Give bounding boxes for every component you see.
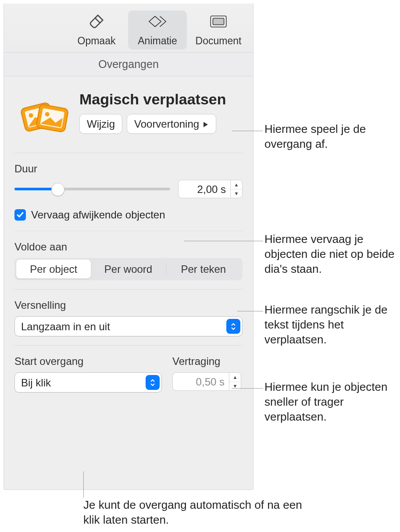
match-option-object[interactable]: Per object bbox=[16, 260, 91, 278]
tab-document-label: Document bbox=[196, 35, 242, 48]
duration-field[interactable]: 2,00 s bbox=[178, 180, 230, 198]
tab-animate[interactable]: Animatie bbox=[128, 11, 187, 50]
inspector-tabbar: Opmaak Animatie Document bbox=[4, 4, 253, 53]
callout-fade: Hiermee vervaag je objecten die niet op … bbox=[264, 232, 396, 276]
transition-title: Magisch verplaatsen bbox=[79, 89, 226, 109]
tab-format[interactable]: Opmaak bbox=[67, 11, 126, 50]
callout-start: Je kunt de overgang automatisch of na ee… bbox=[83, 498, 320, 528]
preview-button-label: Voorvertoning bbox=[134, 117, 199, 131]
match-option-char[interactable]: Per teken bbox=[166, 260, 241, 278]
fade-checkbox[interactable] bbox=[14, 209, 26, 221]
edit-button[interactable]: Wijzig bbox=[79, 114, 122, 134]
edit-button-label: Wijzig bbox=[87, 117, 115, 131]
tab-document[interactable]: Document bbox=[189, 11, 248, 50]
match-option-word[interactable]: Per woord bbox=[91, 260, 165, 278]
callout-accel: Hiermee kun je objecten sneller of trage… bbox=[264, 380, 396, 424]
duration-label: Duur bbox=[14, 162, 243, 175]
svg-rect-1 bbox=[213, 18, 224, 25]
tab-animate-label: Animatie bbox=[138, 35, 177, 48]
accel-dropdown[interactable]: Langzaam in en uit bbox=[14, 316, 243, 336]
callout-preview: Hiermee speel je de overgang af. bbox=[264, 122, 396, 152]
brush-icon bbox=[88, 13, 105, 33]
delay-field[interactable]: 0,50 s bbox=[172, 372, 229, 391]
callout-match: Hiermee rangschik je de tekst tijdens he… bbox=[264, 303, 396, 347]
updown-icon bbox=[146, 375, 160, 390]
inspector-panel: Opmaak Animatie Document bbox=[4, 4, 254, 490]
subheader-transitions: Overgangen bbox=[4, 53, 253, 76]
screen-icon bbox=[209, 13, 228, 33]
transition-thumb-icon bbox=[14, 89, 71, 143]
fade-checkbox-label: Vervaag afwijkende objecten bbox=[31, 208, 165, 221]
accel-value: Langzaam in en uit bbox=[21, 320, 110, 333]
updown-icon bbox=[226, 319, 240, 334]
duration-slider[interactable] bbox=[14, 183, 170, 195]
chevron-up-icon: ▲ bbox=[229, 373, 241, 382]
chevron-down-icon: ▼ bbox=[231, 189, 242, 198]
start-value: Bij klik bbox=[21, 376, 51, 389]
diamond-icon bbox=[148, 13, 167, 33]
match-segmented: Per object Per woord Per teken bbox=[14, 258, 243, 280]
delay-label: Vertraging bbox=[172, 354, 243, 368]
chevron-up-icon: ▲ bbox=[231, 180, 242, 189]
duration-stepper[interactable]: ▲ ▼ bbox=[230, 180, 243, 198]
match-label: Voldoe aan bbox=[14, 240, 243, 254]
start-dropdown[interactable]: Bij klik bbox=[14, 372, 162, 393]
chevron-down-icon: ▼ bbox=[229, 382, 241, 391]
tab-format-label: Opmaak bbox=[78, 35, 116, 48]
accel-label: Versnelling bbox=[14, 298, 243, 312]
play-icon bbox=[203, 117, 209, 131]
start-label: Start overgang bbox=[14, 354, 162, 368]
preview-button[interactable]: Voorvertoning bbox=[127, 114, 216, 134]
